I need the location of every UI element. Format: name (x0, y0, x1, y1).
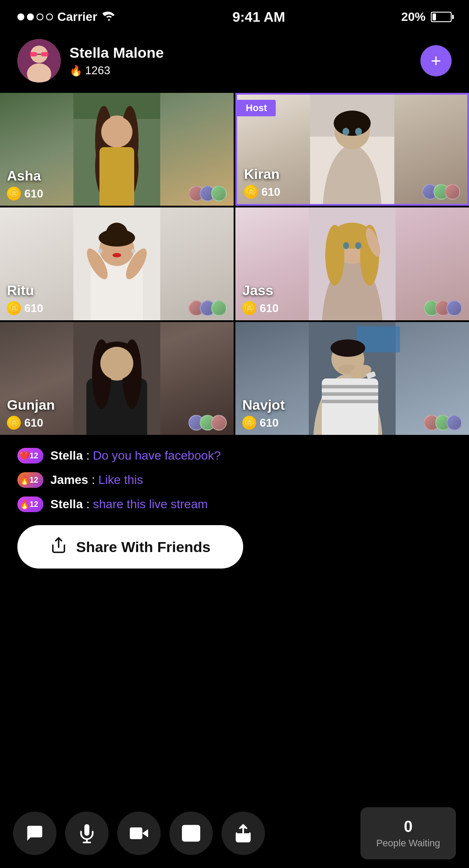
share-label: Share With Friends (76, 539, 211, 556)
share-section: Share With Friends (0, 521, 469, 582)
chat-msg-1: Do you have facebook? (93, 449, 221, 462)
coin-value-jass: 610 (260, 302, 278, 315)
svg-point-46 (100, 347, 133, 380)
gallery-button[interactable] (169, 812, 213, 855)
coin-icon-gunjan: 🪙 (7, 416, 21, 430)
svg-point-35 (325, 225, 344, 286)
avatar (17, 39, 61, 82)
bottom-actions (13, 812, 360, 855)
avatar-stack-navjot (424, 415, 462, 431)
video-button[interactable] (117, 812, 161, 855)
avatar-stack-gunjan (188, 415, 227, 431)
chat-badge-1: ❤️ 12 (17, 448, 43, 464)
signal-dot-2 (27, 13, 34, 20)
cell-name-gunjan: Gunjan (7, 397, 55, 413)
user-name: Stella Malone (69, 44, 164, 61)
coin-count-navjot: 🪙 610 (242, 416, 278, 430)
share-button[interactable] (221, 812, 265, 855)
svg-point-37 (343, 242, 349, 249)
chat-message-3: 🔥 12 Stella : share this live stream (17, 496, 452, 512)
chat-user-1: Stella (50, 449, 83, 462)
fire-number: 1263 (85, 64, 110, 77)
cell-bottom-asha: 🪙 610 (7, 186, 227, 201)
chat-colon-1: : (86, 449, 93, 462)
avatar-image (17, 39, 61, 82)
status-bar: Carrier 9:41 AM 20% (0, 0, 469, 30)
fire-badge-icon-2: 🔥 (19, 499, 30, 510)
video-cell-ritu[interactable]: Ritu 🪙 610 (0, 207, 234, 320)
svg-rect-56 (322, 385, 378, 388)
cell-bottom-kiran: 🪙 610 (244, 184, 460, 200)
chat-badge-2: 🔥 12 (17, 472, 43, 488)
coin-icon-navjot: 🪙 (242, 416, 256, 430)
svg-rect-57 (322, 392, 378, 396)
video-cell-navjot[interactable]: Navjot 🪙 610 (235, 322, 469, 435)
chat-button[interactable] (13, 812, 56, 855)
carrier-label: Carrier (57, 10, 97, 24)
cell-bottom-jass: 🪙 610 (242, 300, 462, 316)
badge-num-1: 12 (30, 451, 38, 460)
badge-num-2: 12 (30, 476, 38, 485)
video-grid: Asha 🪙 610 Host Kira (0, 93, 469, 435)
svg-point-30 (131, 249, 135, 253)
chat-message-2: 🔥 12 James : Like this (17, 472, 452, 488)
status-time: 9:41 AM (232, 9, 285, 25)
battery-icon (431, 12, 452, 22)
svg-marker-62 (142, 829, 148, 837)
svg-point-25 (99, 229, 135, 247)
video-cell-kiran[interactable]: Host Kiran 🪙 610 (235, 93, 469, 206)
svg-rect-63 (130, 828, 142, 839)
coin-value-navjot: 610 (260, 416, 278, 430)
mic-button[interactable] (65, 812, 109, 855)
chat-message-1: ❤️ 12 Stella : Do you have facebook? (17, 448, 452, 464)
cell-name-ritu: Ritu (7, 283, 34, 299)
svg-rect-4 (41, 52, 49, 56)
svg-point-51 (330, 339, 365, 357)
chat-text-1: Stella : Do you have facebook? (50, 449, 221, 463)
svg-point-18 (334, 111, 370, 136)
coin-value: 610 (24, 187, 43, 201)
video-cell-gunjan[interactable]: Gunjan 🪙 610 (0, 322, 234, 435)
video-cell-asha[interactable]: Asha 🪙 610 (0, 93, 234, 206)
user-fire-count: 🔥 1263 (69, 64, 164, 77)
chat-colon-2: : (92, 473, 99, 487)
chat-badge-3: 🔥 12 (17, 496, 43, 512)
avatar-stack-asha (188, 186, 227, 201)
people-waiting-count: 0 (404, 818, 413, 836)
cell-name-jass: Jass (242, 283, 273, 299)
battery-percent: 20% (401, 10, 426, 24)
signal-dot-3 (36, 13, 43, 20)
signal-dots (17, 13, 53, 20)
svg-point-29 (98, 249, 102, 253)
bottom-bar: 0 People Waiting (0, 799, 469, 868)
signal-dot-1 (17, 13, 24, 20)
share-icon (50, 536, 67, 558)
coin-icon-jass: 🪙 (242, 301, 256, 315)
user-info: Stella Malone 🔥 1263 (69, 44, 164, 77)
people-waiting: 0 People Waiting (360, 807, 456, 859)
coin-icon-kiran: 🪙 (244, 185, 258, 199)
status-left: Carrier (17, 10, 116, 25)
coin-count-ritu: 🪙 610 (7, 301, 43, 315)
status-right: 20% (401, 10, 452, 24)
user-header: Stella Malone 🔥 1263 + (17, 39, 452, 82)
svg-point-38 (355, 242, 361, 249)
stack-avatar-r3 (211, 300, 227, 316)
avatar-stack-ritu (188, 300, 227, 316)
add-button[interactable]: + (420, 45, 452, 76)
stack-avatar-n3 (446, 415, 462, 431)
cell-bottom-navjot: 🪙 610 (242, 415, 462, 431)
avatar-stack-kiran (422, 184, 460, 200)
coin-icon-ritu: 🪙 (7, 301, 21, 315)
svg-rect-3 (30, 52, 37, 56)
svg-point-12 (101, 116, 132, 148)
video-cell-jass[interactable]: Jass 🪙 610 (235, 207, 469, 320)
wifi-icon (102, 10, 116, 25)
coin-icon: 🪙 (7, 187, 21, 201)
share-with-friends-button[interactable]: Share With Friends (17, 525, 243, 569)
coin-value-kiran: 610 (261, 185, 280, 199)
chat-colon-3: : (86, 497, 93, 511)
coin-count-jass: 🪙 610 (242, 301, 278, 315)
chat-section: ❤️ 12 Stella : Do you have facebook? 🔥 1… (0, 435, 469, 521)
heart-icon: ❤️ (19, 450, 30, 461)
